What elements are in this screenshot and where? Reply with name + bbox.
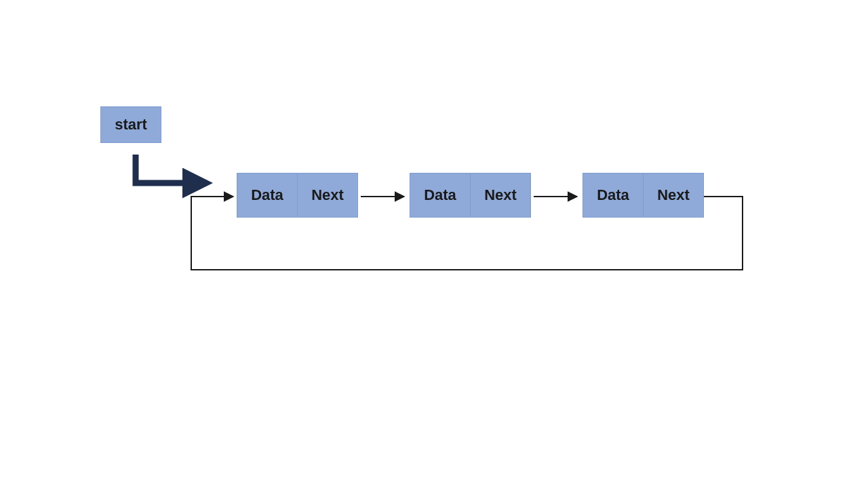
node-2-next-label: Next (484, 186, 517, 204)
start-label: start (115, 116, 147, 134)
node-1-next: Next (297, 173, 358, 218)
node-3-next: Next (643, 173, 704, 218)
node-2-data: Data (410, 173, 471, 218)
node-1-data: Data (237, 173, 298, 218)
node-1-data-label: Data (251, 186, 283, 204)
node-3-data-label: Data (597, 186, 629, 204)
arrow-start-to-node1 (136, 155, 207, 183)
start-box: start (100, 106, 161, 143)
connectors (0, 0, 868, 488)
node-3-data: Data (583, 173, 644, 218)
node-3-next-label: Next (657, 186, 690, 204)
node-2-next: Next (470, 173, 531, 218)
node-2-data-label: Data (424, 186, 456, 204)
node-1-next-label: Next (311, 186, 344, 204)
